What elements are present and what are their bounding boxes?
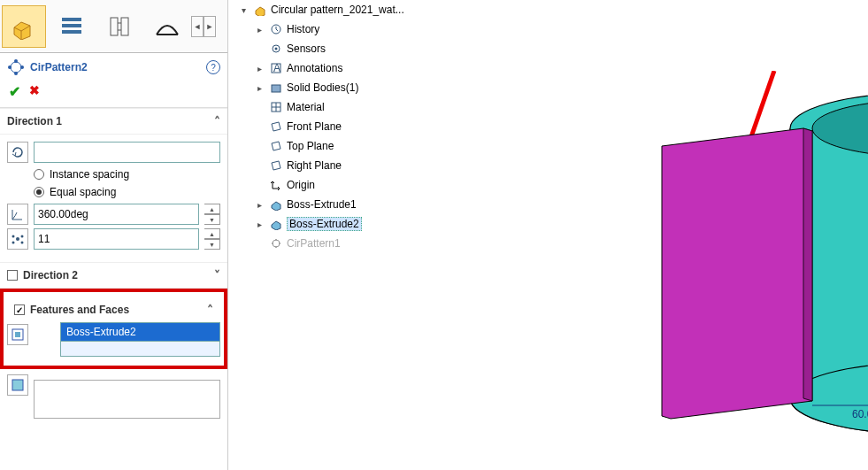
reverse-icon <box>11 145 25 159</box>
tree-item[interactable]: Front Plane <box>237 117 432 136</box>
ok-cancel-bar: ✔ ✖ <box>0 81 227 108</box>
svg-marker-35 <box>272 161 280 170</box>
ok-button[interactable]: ✔ <box>9 83 20 100</box>
svg-marker-33 <box>272 122 280 131</box>
svg-point-40 <box>273 240 280 247</box>
svg-marker-53 <box>803 128 812 401</box>
instance-spacing-label: Instance spacing <box>50 168 129 181</box>
svg-point-16 <box>12 235 15 238</box>
angle-icon-box <box>7 204 28 225</box>
help-button[interactable]: ? <box>206 60 220 74</box>
angle-icon <box>11 207 25 221</box>
tree-item[interactable]: Material <box>237 97 432 117</box>
cancel-button[interactable]: ✖ <box>29 83 40 100</box>
features-to-pattern-list[interactable]: Boss-Extrude2 <box>60 322 220 357</box>
tab-dimxpert[interactable] <box>145 5 189 48</box>
svg-marker-38 <box>272 202 280 211</box>
expand-icon[interactable]: ▸ <box>253 200 265 210</box>
faces-to-pattern-row <box>0 369 227 419</box>
features-faces-title: Features and Faces <box>30 304 129 316</box>
svg-point-13 <box>14 59 18 63</box>
feature-item-boss-extrude2[interactable]: Boss-Extrude2 <box>61 323 219 342</box>
tab-scroll-arrows: ◄ ► <box>191 16 216 37</box>
expand-icon[interactable]: ▸ <box>253 64 265 73</box>
annotations-icon: A <box>269 61 283 75</box>
feature-header: CirPattern2 ? <box>0 53 227 81</box>
angle-spinner[interactable]: ▲▼ <box>204 204 220 225</box>
tree-item[interactable]: ▸AAnnotations <box>237 58 432 78</box>
radio-icon <box>34 187 44 197</box>
chevron-up-icon: ˄ <box>214 114 220 128</box>
feature-name: CirPattern2 <box>30 61 88 73</box>
svg-point-26 <box>275 48 278 50</box>
collapse-icon[interactable]: ▾ <box>237 5 250 15</box>
instance-spacing-option[interactable]: Instance spacing <box>34 168 220 181</box>
config-icon <box>108 15 131 38</box>
direction1-header[interactable]: Direction 1 ˄ <box>0 108 227 135</box>
model-view: 106.00 60.00 <box>547 44 868 469</box>
reverse-direction-button[interactable] <box>7 142 28 163</box>
faces-to-pattern-list[interactable] <box>34 380 220 419</box>
face-icon <box>11 378 25 392</box>
svg-point-18 <box>12 242 15 244</box>
instances-icon-box <box>7 228 28 250</box>
tree-item[interactable]: Right Plane <box>237 156 432 175</box>
svg-rect-22 <box>12 380 23 390</box>
svg-rect-29 <box>272 85 280 92</box>
flyout-feature-tree: ▾ Circular pattern_2021_wat... ▸HistoryS… <box>237 0 432 253</box>
tree-item[interactable]: ▸History <box>237 19 432 39</box>
svg-text:A: A <box>273 62 280 74</box>
direction2-header[interactable]: Direction 2 ˅ <box>0 262 227 289</box>
angle-input[interactable] <box>34 204 199 225</box>
svg-point-14 <box>14 72 18 75</box>
tree-item-label: Boss-Extrude2 <box>287 217 362 231</box>
tab-scroll-right[interactable]: ► <box>204 16 216 37</box>
expand-icon[interactable]: ▸ <box>253 83 265 93</box>
svg-point-19 <box>21 242 24 244</box>
tree-item[interactable]: ▸Solid Bodies(1) <box>237 78 432 97</box>
list-icon <box>60 15 83 38</box>
feature-list-icon <box>11 327 25 342</box>
pattern-axis-input[interactable] <box>34 142 220 163</box>
part-icon <box>253 3 267 17</box>
svg-rect-3 <box>62 24 81 27</box>
tab-scroll-left[interactable]: ◄ <box>191 16 204 37</box>
tree-item[interactable]: ▸Boss-Extrude1 <box>237 195 432 214</box>
tab-configuration-manager[interactable] <box>97 5 142 48</box>
features-faces-checkbox[interactable]: ✓ <box>14 304 25 315</box>
features-to-pattern-icon <box>7 324 28 345</box>
feature-item-blank[interactable] <box>61 342 219 356</box>
tree-item[interactable]: CirPattern1 <box>237 234 432 253</box>
circular-pattern-icon <box>7 58 25 76</box>
features-faces-header[interactable]: ✓ Features and Faces ˄ <box>7 297 220 322</box>
tree-item-label: Top Plane <box>287 140 334 152</box>
svg-point-17 <box>21 235 24 238</box>
chevron-down-icon: ˅ <box>214 268 220 282</box>
svg-marker-34 <box>272 142 280 150</box>
svg-rect-6 <box>121 18 128 35</box>
tree-item[interactable]: Top Plane <box>237 136 432 156</box>
tree-item[interactable]: ▸Boss-Extrude2 <box>237 214 432 234</box>
svg-rect-4 <box>62 30 81 34</box>
svg-marker-23 <box>256 7 265 16</box>
instances-input[interactable] <box>34 228 199 250</box>
direction2-title: Direction 2 <box>23 269 78 281</box>
svg-marker-52 <box>662 128 812 419</box>
tab-feature-manager[interactable] <box>2 5 46 48</box>
tree-root[interactable]: ▾ Circular pattern_2021_wat... <box>237 0 432 19</box>
tree-item-label: Origin <box>287 179 315 191</box>
expand-icon[interactable]: ▸ <box>253 25 265 35</box>
instances-spinner[interactable]: ▲▼ <box>204 228 220 250</box>
direction2-checkbox[interactable] <box>7 270 18 281</box>
svg-point-43 <box>275 239 277 241</box>
tab-property-manager[interactable] <box>50 5 94 48</box>
equal-spacing-option[interactable]: Equal spacing <box>34 186 220 198</box>
plane-icon <box>269 139 283 153</box>
solidbodies-icon <box>269 81 283 95</box>
direction1-title: Direction 1 <box>7 115 62 127</box>
tree-item[interactable]: Origin <box>237 175 432 195</box>
graphics-area[interactable]: ▾ Circular pattern_2021_wat... ▸HistoryS… <box>228 0 868 470</box>
expand-icon[interactable]: ▸ <box>253 220 265 229</box>
tree-item[interactable]: Sensors <box>237 39 432 58</box>
faces-to-pattern-icon <box>7 374 28 396</box>
